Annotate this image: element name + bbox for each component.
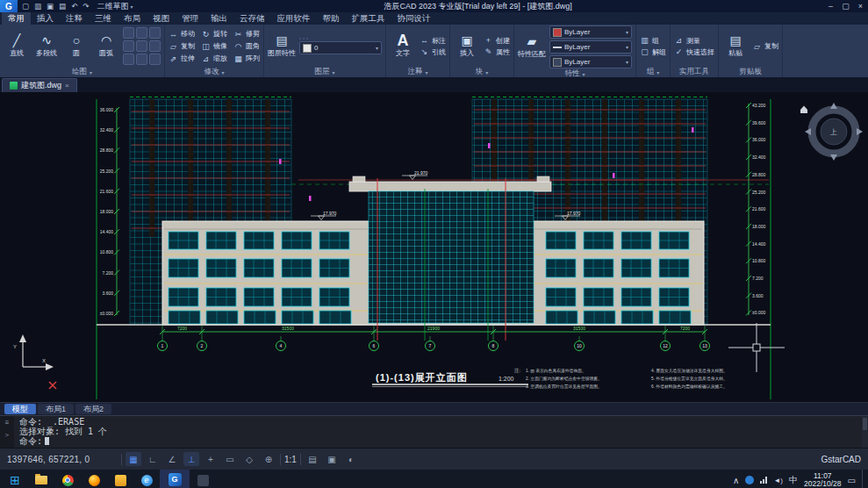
command-scrollbar[interactable] bbox=[862, 416, 868, 448]
redo-icon[interactable]: ↷ bbox=[80, 2, 91, 11]
tab-layout2[interactable]: 布局2 bbox=[75, 404, 111, 414]
polyline-tool[interactable]: ∿ 多段线 bbox=[33, 34, 60, 58]
annotate-group-label[interactable]: 注释 ▾ bbox=[390, 67, 446, 77]
spline-icon[interactable] bbox=[123, 40, 134, 52]
lineweight-dropdown[interactable]: ByLayer ▾ bbox=[549, 55, 632, 68]
draw-group-label[interactable]: 绘图 ▾ bbox=[4, 67, 161, 77]
tab-layout1[interactable]: 布局1 bbox=[38, 404, 74, 414]
drawing-area[interactable]: 7200315002190031500720012467810121336.00… bbox=[0, 92, 868, 402]
maximize-button[interactable]: ▢ bbox=[838, 2, 853, 11]
trim-tool[interactable]: ✂修剪 bbox=[233, 28, 260, 40]
open-file-icon[interactable]: ▥ bbox=[32, 2, 44, 11]
command-history-icon[interactable]: ≡ bbox=[5, 419, 10, 427]
tab-help[interactable]: 帮助 bbox=[317, 12, 346, 25]
close-tab-icon[interactable]: × bbox=[65, 82, 69, 90]
grid-toggle[interactable]: ▦ bbox=[126, 452, 141, 466]
linetype-dropdown[interactable]: ByLayer ▾ bbox=[549, 40, 632, 54]
edge-button[interactable]: e bbox=[133, 470, 160, 488]
document-tab[interactable]: 建筑图.dwg × bbox=[2, 78, 77, 92]
start-button[interactable]: ⊞ bbox=[2, 470, 28, 488]
array-tool[interactable]: ▦阵列 bbox=[233, 53, 260, 65]
tab-manage[interactable]: 管理 bbox=[176, 12, 204, 25]
scrollbar-thumb[interactable] bbox=[863, 418, 867, 430]
rotate-tool[interactable]: ↻旋转 bbox=[201, 28, 227, 40]
dimension-tool[interactable]: ↔标注 bbox=[420, 36, 446, 46]
tray-expand-icon[interactable]: ∧ bbox=[733, 476, 739, 485]
dynamic-input-toggle[interactable]: ⊕ bbox=[261, 452, 276, 466]
file-explorer-button[interactable] bbox=[28, 470, 54, 488]
lineweight-toggle[interactable]: ▭ bbox=[222, 452, 238, 466]
move-tool[interactable]: ↔移动 bbox=[169, 28, 195, 40]
gstarcad-taskbar-button[interactable]: G bbox=[160, 470, 190, 488]
layer-freeze-icon[interactable] bbox=[303, 38, 305, 39]
tab-insert[interactable]: 插入 bbox=[31, 12, 60, 25]
drawing-canvas[interactable]: 7200315002190031500720012467810121336.00… bbox=[0, 92, 868, 402]
chrome-button[interactable] bbox=[54, 470, 81, 488]
workspace-icon[interactable]: ▤ bbox=[305, 452, 320, 466]
tab-model[interactable]: 模型 bbox=[4, 404, 36, 414]
close-button[interactable]: × bbox=[853, 2, 868, 11]
match-properties-tool[interactable]: ▰ 特性匹配 bbox=[518, 35, 546, 59]
isometric-toggle[interactable]: ◇ bbox=[241, 452, 257, 466]
paste-tool[interactable]: ▤ 粘贴 bbox=[722, 34, 749, 58]
rectangle-icon[interactable] bbox=[123, 27, 134, 39]
yellow-app-button[interactable] bbox=[107, 470, 133, 488]
ellipse-icon[interactable] bbox=[136, 27, 147, 39]
tab-collaboration[interactable]: 协同设计 bbox=[391, 12, 437, 25]
print-icon[interactable]: ▤ bbox=[56, 2, 68, 11]
groups-group-label[interactable]: 组 ▾ bbox=[640, 67, 666, 77]
properties-group-label[interactable]: 特性 ▾ bbox=[518, 68, 632, 77]
mirror-tool[interactable]: ◫镜像 bbox=[201, 40, 227, 53]
undo-icon[interactable]: ↶ bbox=[68, 2, 80, 11]
layer-properties-tool[interactable]: ▤ 图层特性 bbox=[268, 34, 296, 58]
insert-block-tool[interactable]: ▣ 插入 bbox=[454, 34, 480, 58]
tab-view[interactable]: 视图 bbox=[147, 12, 176, 25]
new-file-icon[interactable]: ▢ bbox=[19, 2, 32, 11]
block-group-label[interactable]: 块 ▾ bbox=[454, 67, 510, 77]
line-tool[interactable]: ╱ 直线 bbox=[4, 34, 30, 58]
color-dropdown[interactable]: ByLayer ▾ bbox=[549, 25, 632, 39]
modify-group-label[interactable]: 修改 ▾ bbox=[169, 67, 260, 77]
arc-tool[interactable]: ◠ 圆弧 bbox=[93, 34, 119, 58]
ungroup-tool[interactable]: ▢解组 bbox=[640, 47, 666, 57]
command-input-line[interactable]: 命令: bbox=[19, 436, 857, 446]
network-icon[interactable] bbox=[760, 477, 767, 484]
group-tool[interactable]: ▥组 bbox=[640, 36, 666, 46]
firefox-button[interactable] bbox=[81, 470, 107, 488]
osnap-toggle[interactable]: + bbox=[203, 452, 219, 466]
notification-icon[interactable]: ▭ bbox=[848, 476, 856, 485]
copy-clip-tool[interactable]: ▱复制 bbox=[752, 41, 778, 51]
ray-icon[interactable] bbox=[149, 54, 161, 65]
tab-output[interactable]: 输出 bbox=[204, 12, 233, 25]
polar-toggle[interactable]: ∠ bbox=[164, 452, 180, 466]
layers-group-label[interactable]: 图层 ▾ bbox=[268, 67, 382, 77]
clock[interactable]: 11:07 2022/10/28 bbox=[804, 472, 842, 488]
snap-toggle[interactable]: ∟ bbox=[145, 452, 161, 466]
stretch-tool[interactable]: ⇗拉伸 bbox=[169, 53, 195, 65]
annotation-scale[interactable]: 1:1 bbox=[284, 455, 297, 464]
clean-screen-icon[interactable]: ▣ bbox=[324, 452, 340, 466]
block-attribute-tool[interactable]: ✎属性 bbox=[484, 47, 510, 57]
save-file-icon[interactable]: ▣ bbox=[44, 2, 56, 11]
show-desktop-button[interactable] bbox=[862, 470, 866, 488]
copy-tool[interactable]: ▱复制 bbox=[169, 40, 195, 53]
tab-3d[interactable]: 三维 bbox=[89, 12, 118, 25]
circle-tool[interactable]: ○ 圆 bbox=[63, 34, 90, 58]
app-logo-icon[interactable]: G bbox=[0, 0, 18, 12]
hatch-icon[interactable] bbox=[149, 27, 161, 39]
point-icon[interactable] bbox=[136, 40, 147, 52]
region-icon[interactable] bbox=[149, 40, 161, 52]
donut-icon[interactable] bbox=[136, 54, 147, 65]
volume-icon[interactable]: ◄) bbox=[773, 477, 783, 484]
tab-apps[interactable]: 应用软件 bbox=[271, 12, 317, 25]
isolate-objects-icon[interactable]: ◐ bbox=[343, 452, 359, 466]
text-tool[interactable]: A 文字 bbox=[390, 34, 416, 58]
tab-cloud[interactable]: 云存储 bbox=[233, 12, 271, 25]
ime-indicator[interactable]: 中 bbox=[789, 474, 798, 486]
quick-select-tool[interactable]: ✓快速选择 bbox=[674, 47, 714, 57]
workspace-switcher[interactable]: 二维草图 ▾ bbox=[97, 1, 133, 12]
tab-home[interactable]: 常用 bbox=[2, 12, 31, 25]
layer-on-icon[interactable] bbox=[299, 38, 301, 39]
fillet-tool[interactable]: ◠圆角 bbox=[233, 40, 260, 53]
layer-dropdown[interactable]: 0 ▾ bbox=[299, 41, 382, 54]
